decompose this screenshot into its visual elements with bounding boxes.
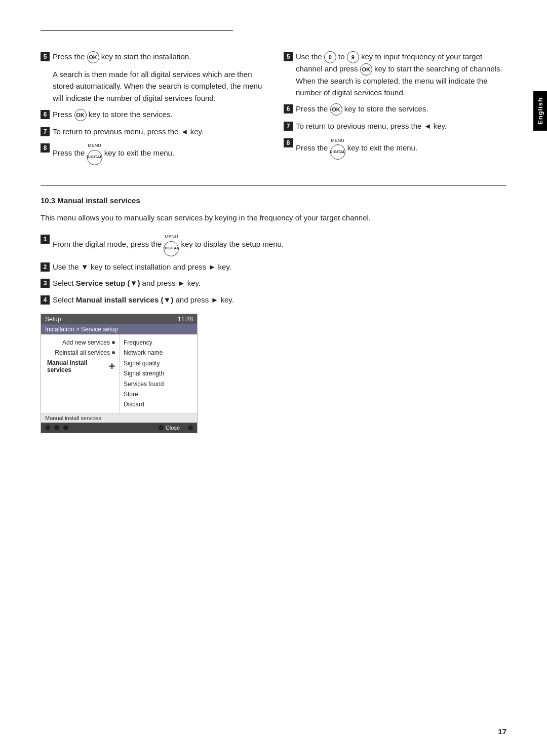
ok-button-icon-2: OK — [74, 109, 87, 121]
ok-button-icon-4: OK — [330, 103, 342, 116]
section-step-num-4: 4 — [41, 295, 50, 305]
section-step-num-2: 2 — [41, 262, 50, 272]
step-5-left-desc: A search is then made for all digital se… — [53, 68, 263, 104]
screen-body: Add new services Reinstall all services … — [41, 334, 197, 413]
step-7-left-text: To return to previous menu, press the ◄ … — [53, 126, 263, 138]
step-7-right: 7 To return to previous menu, press the … — [284, 121, 506, 132]
ok-button-icon: OK — [87, 51, 99, 63]
step-5-left: 5 Press the OK key to start the installa… — [41, 51, 263, 63]
section-step-num-3: 3 — [41, 279, 50, 288]
screen-right-store: Store — [124, 389, 193, 399]
screen-menu-dot-2 — [112, 351, 115, 354]
screen-menu-dot-1 — [112, 341, 115, 344]
step-8-right-text: Press the MENU DIGITAL key to exit the m… — [296, 137, 506, 160]
screen-titlebar: Setup 11:28 — [41, 314, 197, 324]
screen-title: Setup — [45, 316, 61, 323]
step-5-left-text: Press the OK key to start the installati… — [53, 51, 263, 63]
screen-menu-reinstall-label: Reinstall all services — [55, 349, 110, 356]
screen-btn-red — [45, 425, 50, 430]
menu-label-right: MENU — [330, 137, 345, 144]
two-col-section: 5 Press the OK key to start the installa… — [41, 51, 506, 170]
step-num-7-right: 7 — [284, 122, 293, 131]
section-10-3: 10.3 Manual install services This menu a… — [41, 196, 506, 433]
right-column: 5 Use the 0 to 9 key to input frequency … — [284, 51, 506, 170]
step-7-left: 7 To return to previous menu, press the … — [41, 126, 263, 138]
section-step-num-1: 1 — [41, 235, 50, 244]
screen-menu-left: Add new services Reinstall all services … — [41, 334, 120, 413]
digital-button-wrap-s1: MENU DIGITAL — [164, 234, 179, 256]
step-8-left: 8 Press the MENU DIGITAL key to exit the… — [41, 142, 263, 165]
screen-right-signal-strength: Signal strength — [124, 368, 193, 379]
cursor-icon: ✛ — [109, 362, 115, 370]
screen-right-frequency: Frequency — [124, 337, 193, 348]
screen-breadcrumb: Installation > Service setup — [41, 324, 197, 334]
digital-button-wrap-right: MENU DIGITAL — [330, 137, 345, 160]
screen-right-network: Network name — [124, 348, 193, 358]
step-num-6-left: 6 — [41, 110, 50, 119]
service-setup-label: Service setup (▼) — [76, 279, 140, 287]
screen-menu-manual: Manual install services ✛ — [41, 358, 119, 375]
top-rule — [41, 30, 233, 31]
step-num-6-right: 6 — [284, 104, 293, 114]
screen-btn-yellow — [63, 425, 68, 430]
step-6-left-text: Press OK key to store the services. — [53, 109, 263, 121]
step-8-left-text: Press the MENU DIGITAL key to exit the m… — [53, 142, 263, 165]
step-6-right-text: Press the OK key to store the services. — [296, 103, 506, 116]
section-step-3-text: Select Service setup (▼) and press ► key… — [53, 278, 506, 289]
section-step-1-text: From the digital mode, press the MENU DI… — [53, 234, 506, 256]
screen-right-services-found: Services found — [124, 379, 193, 389]
section-step-4-text: Select Manual install services (▼) and p… — [53, 294, 506, 306]
digital-button-wrap-left: MENU DIGITAL — [87, 142, 102, 165]
screen-menu-add-new-label: Add new services — [62, 339, 110, 346]
step-8-right: 8 Press the MENU DIGITAL key to exit the… — [284, 137, 506, 160]
screen-buttons-bar: Close — [41, 423, 197, 433]
screen-time: 11:28 — [178, 316, 193, 323]
section-step-2: 2 Use the ▼ key to select installation a… — [41, 261, 506, 273]
screen-close-label: Close — [159, 425, 180, 431]
nine-button-icon: 9 — [347, 51, 359, 63]
screen-menu-add-new: Add new services — [41, 337, 119, 348]
digital-button-icon-right: DIGITAL — [330, 144, 345, 160]
section-step-3: 3 Select Service setup (▼) and press ► k… — [41, 278, 506, 289]
language-tab: English — [533, 91, 547, 131]
screen-menu-reinstall: Reinstall all services — [41, 348, 119, 358]
step-num-5-right: 5 — [284, 52, 293, 61]
step-num-7-left: 7 — [41, 127, 50, 136]
left-column: 5 Press the OK key to start the installa… — [41, 51, 263, 170]
ok-button-icon-3: OK — [360, 63, 372, 75]
manual-install-label: Manual install services (▼) — [76, 295, 173, 304]
screen-close-text: Close — [166, 425, 180, 431]
section-step-1: 1 From the digital mode, press the MENU … — [41, 234, 506, 256]
screen-status-bar: Manual install services — [41, 413, 197, 423]
screen-btn-blue — [188, 425, 193, 430]
step-num-8-right: 8 — [284, 138, 293, 147]
menu-label-left: MENU — [87, 142, 102, 149]
step-7-right-text: To return to previous menu, press the ◄ … — [296, 121, 506, 132]
step-num-8-left: 8 — [41, 143, 50, 153]
section-step-2-text: Use the ▼ key to select installation and… — [53, 261, 506, 273]
section-step-4: 4 Select Manual install services (▼) and… — [41, 294, 506, 306]
screen-menu-right: Frequency Network name Signal quality Si… — [120, 334, 197, 413]
section-desc: This menu allows you to manually scan se… — [41, 212, 506, 223]
step-6-right: 6 Press the OK key to store the services… — [284, 103, 506, 116]
step-5-right-text: Use the 0 to 9 key to input frequency of… — [296, 51, 506, 98]
step-6-left: 6 Press OK key to store the services. — [41, 109, 263, 121]
section-heading: 10.3 Manual install services — [41, 196, 506, 205]
section-rule — [41, 185, 506, 186]
step-num-5-left: 5 — [41, 52, 50, 61]
step-5-right: 5 Use the 0 to 9 key to input frequency … — [284, 51, 506, 98]
page-container: English 5 Press the OK key to start the … — [0, 0, 547, 756]
screen-right-discard: Discard — [124, 399, 193, 409]
screen-mockup: Setup 11:28 Installation > Service setup… — [41, 314, 198, 433]
screen-menu-manual-label: Manual install services — [47, 359, 107, 373]
screen-right-signal-quality: Signal quality — [124, 358, 193, 368]
digital-button-icon-left: DIGITAL — [87, 150, 102, 165]
page-number: 17 — [498, 727, 506, 736]
screen-btn-green — [54, 425, 59, 430]
digital-button-icon-s1: DIGITAL — [164, 241, 179, 256]
screen-close-dot — [159, 425, 164, 430]
menu-label-s1: MENU — [164, 234, 179, 241]
zero-button-icon: 0 — [324, 51, 336, 63]
